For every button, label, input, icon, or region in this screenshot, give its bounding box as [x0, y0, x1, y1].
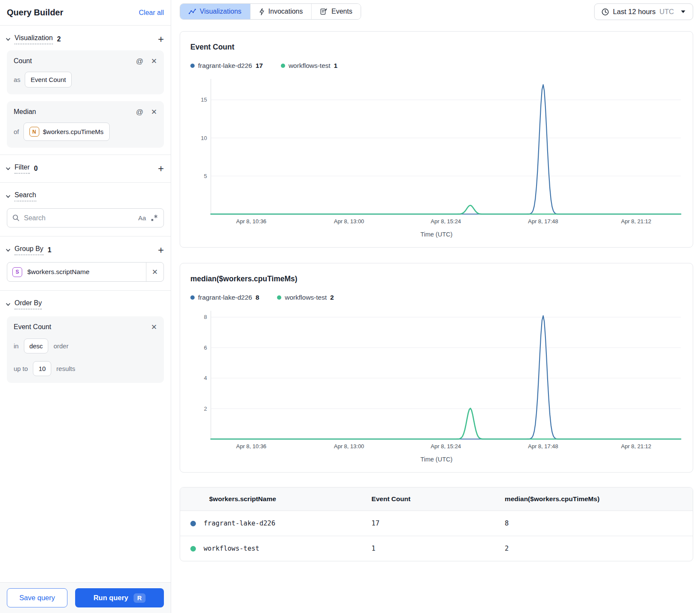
cell-script-name: fragrant-lake-d226	[180, 511, 365, 536]
svg-text:Apr 8, 15:24: Apr 8, 15:24	[431, 218, 461, 225]
svg-text:10: 10	[201, 135, 207, 141]
filter-section-label[interactable]: Filter	[15, 163, 30, 174]
series-color-dot	[190, 521, 196, 526]
legend-series-value: 1	[334, 62, 338, 70]
results-table: $workers.scriptName Event Count median($…	[180, 487, 693, 561]
close-icon[interactable]: ✕	[152, 269, 158, 276]
close-icon[interactable]: ✕	[151, 108, 157, 116]
chevron-down-icon[interactable]	[5, 166, 11, 172]
chevron-down-icon[interactable]	[5, 301, 11, 307]
x-axis-title: Time (UTC)	[190, 456, 682, 463]
chevron-down-icon[interactable]	[5, 193, 11, 199]
series-color-dot	[190, 546, 196, 552]
save-query-button[interactable]: Save query	[7, 588, 67, 607]
order-label: order	[53, 342, 68, 350]
legend-dot	[277, 295, 281, 300]
at-icon[interactable]: @	[136, 58, 143, 65]
legend-series-name: fragrant-lake-d226	[198, 294, 252, 301]
svg-text:Apr 8, 10:36: Apr 8, 10:36	[236, 218, 266, 225]
tab-events[interactable]: Events	[311, 4, 361, 19]
svg-text:4: 4	[204, 375, 207, 381]
results-label: results	[56, 365, 75, 372]
match-case-icon[interactable]: Aa	[138, 214, 146, 222]
svg-text:6: 6	[204, 344, 207, 351]
visualization-section-label[interactable]: Visualization	[15, 34, 53, 44]
order-by-field: Event Count	[14, 323, 51, 331]
regex-icon[interactable]	[150, 214, 158, 222]
series-line-workflows-test	[211, 409, 681, 439]
svg-text:Apr 8, 17:48: Apr 8, 17:48	[528, 443, 558, 450]
svg-text:Apr 8, 13:00: Apr 8, 13:00	[334, 218, 364, 225]
median-cpu-line-chart[interactable]: 2468Apr 8, 10:36Apr 8, 13:00Apr 8, 15:24…	[190, 307, 683, 452]
column-header-event-count: Event Count	[365, 487, 498, 511]
filter-count: 0	[34, 165, 38, 172]
number-type-icon: N	[29, 127, 39, 137]
legend-series-name: fragrant-lake-d226	[198, 62, 252, 70]
svg-text:15: 15	[201, 96, 207, 103]
script-name: fragrant-lake-d226	[204, 520, 275, 527]
chevron-down-icon[interactable]	[5, 247, 11, 253]
at-icon[interactable]: @	[136, 108, 143, 116]
chart-legend: fragrant-lake-d226 17 workflows-test 1	[190, 62, 682, 70]
run-shortcut-badge: R	[134, 593, 146, 603]
close-icon[interactable]: ✕	[151, 324, 157, 331]
clock-icon	[601, 8, 609, 16]
clear-all-link[interactable]: Clear all	[139, 9, 164, 17]
remove-group-by[interactable]: ✕	[146, 263, 163, 281]
svg-text:8: 8	[204, 314, 207, 320]
legend-dot	[190, 64, 195, 68]
legend-item[interactable]: workflows-test 2	[277, 294, 334, 301]
search-icon	[12, 214, 20, 222]
tab-invocations[interactable]: Invocations	[250, 4, 312, 19]
series-line-fragrant-lake-d226	[211, 316, 681, 439]
x-axis-title: Time (UTC)	[190, 231, 682, 238]
legend-item[interactable]: workflows-test 1	[281, 62, 338, 70]
chart-legend: fragrant-lake-d226 8 workflows-test 2	[190, 294, 682, 301]
add-visualization-button[interactable]: +	[158, 36, 164, 43]
table-row[interactable]: workflows-test12	[180, 536, 693, 561]
view-tabs: Visualizations Invocations Events	[180, 3, 361, 20]
up-to-label: up to	[14, 365, 28, 372]
order-by-section-label[interactable]: Order By	[15, 299, 42, 309]
add-filter-button[interactable]: +	[158, 165, 164, 172]
legend-series-name: workflows-test	[289, 62, 330, 70]
tab-visualizations[interactable]: Visualizations	[180, 4, 250, 19]
run-query-button[interactable]: Run query R	[75, 588, 164, 607]
sort-direction-selector[interactable]: desc	[24, 339, 49, 353]
svg-text:Apr 8, 10:36: Apr 8, 10:36	[236, 443, 266, 450]
add-group-by-button[interactable]: +	[158, 247, 164, 254]
count-alias-value: Event Count	[31, 76, 66, 83]
count-alias-field[interactable]: Event Count	[25, 72, 72, 88]
query-builder-sidebar: Query Builder Clear all Visualization 2 …	[0, 0, 171, 613]
svg-text:2: 2	[204, 406, 207, 412]
table-row[interactable]: fragrant-lake-d226178	[180, 511, 693, 536]
page-title: Query Builder	[7, 8, 63, 18]
filter-section-header: Filter 0 +	[0, 155, 171, 180]
column-header-median: median($workers.cpuTimeMs)	[498, 487, 693, 511]
legend-item[interactable]: fragrant-lake-d226 8	[190, 294, 259, 301]
cell-script-name: workflows-test	[180, 536, 365, 561]
legend-series-value: 17	[256, 62, 263, 70]
group-by-section-label[interactable]: Group By	[15, 245, 44, 255]
time-range-selector[interactable]: Last 12 hours UTC	[594, 3, 693, 20]
group-by-item[interactable]: S $workers.scriptName ✕	[7, 262, 164, 282]
in-label: in	[14, 342, 19, 350]
count-visualization-card: Count @ ✕ as Event Count	[7, 50, 164, 94]
event-count-line-chart[interactable]: 51015Apr 8, 10:36Apr 8, 13:00Apr 8, 15:2…	[190, 76, 683, 228]
search-section-label[interactable]: Search	[15, 191, 36, 201]
search-input[interactable]	[24, 214, 134, 222]
median-visualization-card: Median @ ✕ of N $workers.cpuTimeMs	[7, 101, 164, 148]
visualization-section-header: Visualization 2 +	[0, 26, 171, 50]
chevron-down-icon[interactable]	[5, 36, 11, 42]
median-field-selector[interactable]: N $workers.cpuTimeMs	[23, 123, 110, 141]
svg-text:Apr 8, 17:48: Apr 8, 17:48	[528, 218, 558, 225]
legend-item[interactable]: fragrant-lake-d226 17	[190, 62, 263, 70]
sidebar-content: Visualization 2 + Count @ ✕ as Event Cou…	[0, 26, 171, 582]
column-header-script-name: $workers.scriptName	[180, 487, 365, 511]
visualization-count: 2	[57, 35, 61, 43]
close-icon[interactable]: ✕	[151, 58, 157, 65]
result-limit-input[interactable]: 10	[33, 361, 51, 376]
cell-event-count: 17	[365, 511, 498, 536]
run-query-label: Run query	[93, 594, 128, 602]
legend-series-value: 2	[330, 294, 334, 301]
